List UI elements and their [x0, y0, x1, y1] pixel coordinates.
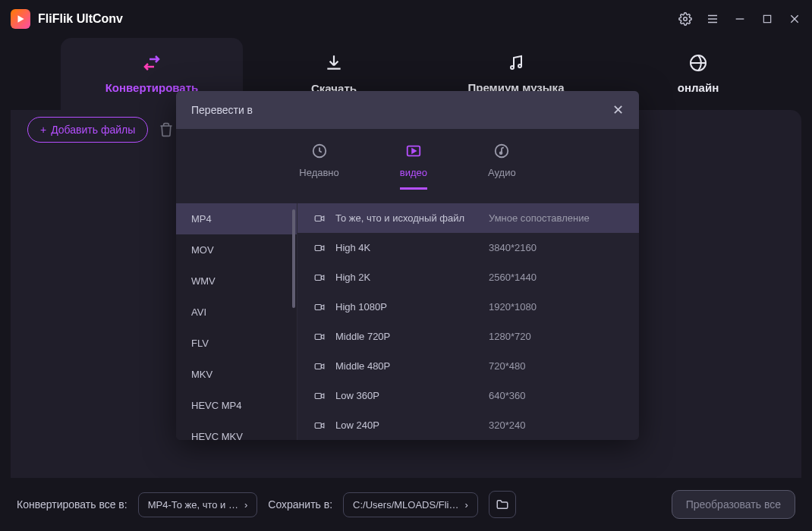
quality-resolution: 320*240 — [489, 419, 525, 431]
trash-icon[interactable] — [159, 122, 174, 137]
quality-list[interactable]: То же, что и исходный файлУмное сопостав… — [297, 203, 639, 440]
video-icon — [313, 213, 326, 224]
convert-to-modal: Перевести в ✕ Недавно видео Аудио MP4MOV… — [176, 91, 639, 440]
maximize-icon[interactable] — [760, 12, 774, 26]
modal-tab-recent-label: Недавно — [299, 167, 338, 178]
format-select[interactable]: MP4-То же, что и … › — [138, 492, 258, 517]
video-icon — [313, 391, 326, 401]
add-files-button[interactable]: + Добавить файлы — [27, 117, 148, 143]
svg-marker-30 — [321, 394, 324, 398]
quality-row[interactable]: Low 360P640*360 — [297, 381, 639, 410]
modal-tab-audio[interactable]: Аудио — [488, 143, 516, 190]
gear-icon[interactable] — [678, 12, 692, 26]
video-icon — [313, 420, 326, 431]
chevron-right-icon: › — [244, 499, 247, 511]
svg-point-1 — [684, 17, 688, 21]
quality-label: Low 360P — [335, 390, 480, 401]
quality-resolution: 1920*1080 — [489, 301, 537, 313]
quality-row[interactable]: То же, что и исходный файлУмное сопостав… — [297, 203, 639, 233]
titlebar: FliFlik UltConv — [0, 0, 812, 38]
convert-all-label: Конвертировать все в: — [17, 498, 127, 511]
minimize-icon[interactable] — [733, 12, 747, 26]
app-logo — [11, 9, 30, 29]
quality-row[interactable]: Middle 720P1280*720 — [297, 322, 639, 351]
modal-title: Перевести в — [191, 104, 253, 116]
quality-label: High 1080P — [335, 301, 480, 313]
format-item[interactable]: HEVC MP4 — [176, 390, 297, 421]
path-select-value: C:/Users/MLOADS/Fli… — [353, 499, 458, 511]
quality-resolution: 3840*2160 — [489, 242, 537, 253]
svg-marker-20 — [321, 246, 324, 250]
svg-marker-28 — [321, 364, 324, 369]
format-item[interactable]: MKV — [176, 359, 297, 390]
svg-point-16 — [500, 152, 502, 154]
modal-tab-audio-label: Аудио — [488, 167, 516, 178]
open-folder-button[interactable] — [489, 491, 516, 518]
format-item[interactable]: MP4 — [176, 203, 297, 234]
quality-row[interactable]: High 1080P1920*1080 — [297, 292, 639, 322]
modal-tab-video-label: видео — [400, 167, 427, 178]
svg-rect-25 — [315, 334, 321, 339]
quality-resolution: 2560*1440 — [489, 272, 537, 283]
quality-resolution: 1280*720 — [489, 331, 531, 342]
quality-row[interactable]: Low 240P320*240 — [297, 410, 639, 440]
svg-rect-29 — [315, 393, 321, 398]
quality-label: High 2K — [335, 272, 480, 283]
format-list[interactable]: MP4MOVWMVAVIFLVMKVHEVC MP4HEVC MKV — [176, 203, 297, 440]
svg-rect-31 — [315, 423, 321, 428]
svg-rect-17 — [315, 215, 321, 221]
quality-label: Middle 720P — [335, 331, 480, 342]
svg-marker-0 — [18, 15, 24, 22]
format-select-value: MP4-То же, что и … — [148, 499, 238, 511]
add-files-label: Добавить файлы — [51, 124, 135, 136]
save-to-label: Сохранить в: — [268, 498, 332, 511]
video-icon — [313, 361, 326, 372]
quality-row[interactable]: High 4K3840*2160 — [297, 233, 639, 262]
chevron-right-icon: › — [465, 499, 468, 511]
svg-rect-19 — [315, 245, 321, 250]
modal-tab-recent[interactable]: Недавно — [299, 143, 338, 190]
video-icon — [313, 272, 326, 283]
svg-marker-24 — [321, 305, 324, 309]
tab-underline — [400, 187, 427, 190]
path-select[interactable]: C:/Users/MLOADS/Fli… › — [343, 492, 478, 517]
svg-marker-22 — [321, 275, 324, 280]
format-item[interactable]: HEVC MKV — [176, 421, 297, 440]
modal-tabs: Недавно видео Аудио — [176, 129, 639, 203]
close-icon[interactable] — [788, 12, 801, 26]
quality-label: Middle 480P — [335, 360, 480, 372]
quality-row[interactable]: High 2K2560*1440 — [297, 262, 639, 292]
svg-marker-26 — [321, 335, 324, 339]
video-icon — [313, 243, 326, 253]
quality-label: High 4K — [335, 242, 480, 253]
svg-point-9 — [511, 66, 514, 69]
svg-marker-32 — [321, 423, 324, 428]
format-item[interactable]: AVI — [176, 297, 297, 328]
quality-label: То же, что и исходный файл — [335, 212, 480, 224]
tab-online-label: онлайн — [678, 81, 719, 94]
quality-resolution: 720*480 — [489, 360, 525, 372]
video-icon — [313, 331, 326, 342]
menu-icon[interactable] — [706, 12, 719, 26]
modal-header: Перевести в ✕ — [176, 91, 639, 129]
modal-close-icon[interactable]: ✕ — [612, 102, 624, 118]
quality-resolution: 640*360 — [489, 390, 525, 401]
svg-rect-6 — [763, 15, 770, 22]
format-item[interactable]: MOV — [176, 234, 297, 266]
footer: Конвертировать все в: MP4-То же, что и …… — [0, 478, 812, 531]
svg-rect-21 — [315, 275, 321, 280]
quality-label: Low 240P — [335, 419, 480, 431]
convert-all-button[interactable]: Преобразовать все — [672, 490, 795, 519]
quality-resolution: Умное сопоставление — [489, 212, 590, 224]
modal-tab-video[interactable]: видео — [400, 143, 427, 190]
svg-marker-18 — [321, 216, 324, 221]
format-item[interactable]: FLV — [176, 328, 297, 359]
modal-body: MP4MOVWMVAVIFLVMKVHEVC MP4HEVC MKV То же… — [176, 203, 639, 440]
video-icon — [313, 302, 326, 313]
quality-row[interactable]: Middle 480P720*480 — [297, 351, 639, 381]
svg-rect-27 — [315, 363, 321, 369]
app-title: FliFlik UltConv — [38, 12, 123, 26]
svg-marker-14 — [412, 149, 416, 153]
scrollbar[interactable] — [292, 209, 295, 376]
format-item[interactable]: WMV — [176, 266, 297, 297]
